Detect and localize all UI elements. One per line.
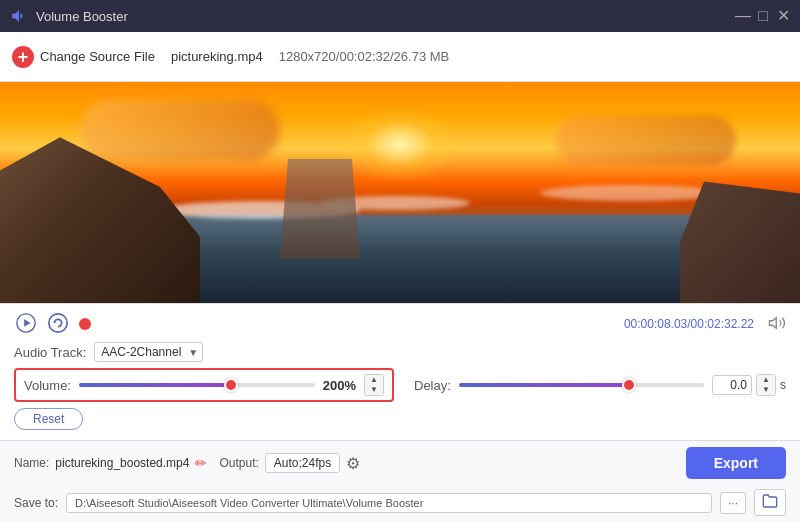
- audio-track-select[interactable]: AAC-2Channel: [94, 342, 203, 362]
- name-section: Name: pictureking_boosted.mp4 ✏: [14, 455, 207, 471]
- title-bar-left: Volume Booster: [10, 7, 128, 25]
- output-file-name: pictureking_boosted.mp4: [55, 456, 189, 470]
- audio-track-label: Audio Track:: [14, 345, 86, 360]
- minimize-button[interactable]: —: [736, 9, 750, 23]
- volume-down-button[interactable]: ▼: [365, 385, 383, 395]
- volume-box: Volume: 200% ▲ ▼: [14, 368, 394, 402]
- video-preview: [0, 82, 800, 303]
- output-value: Auto;24fps: [265, 453, 340, 473]
- play-icon: [15, 312, 37, 334]
- app-icon: [10, 7, 28, 25]
- volume-slider[interactable]: [79, 383, 315, 387]
- name-label: Name:: [14, 456, 49, 470]
- browse-dots-button[interactable]: ···: [720, 492, 746, 514]
- top-bar: + Change Source File pictureking.mp4 128…: [0, 32, 800, 82]
- folder-icon: [762, 493, 778, 509]
- audio-track-select-wrapper: AAC-2Channel ▼: [94, 342, 203, 362]
- loop-icon: [47, 312, 69, 334]
- title-bar: Volume Booster — □ ✕: [0, 0, 800, 32]
- delay-fill: [459, 383, 631, 387]
- app-name: Volume Booster: [36, 9, 128, 24]
- output-label: Output:: [219, 456, 258, 470]
- maximize-button[interactable]: □: [756, 9, 770, 23]
- audio-track-row: Audio Track: AAC-2Channel ▼: [14, 342, 786, 362]
- svg-point-2: [49, 314, 67, 332]
- playback-row: 00:00:08.03/00:02:32.22: [14, 312, 786, 336]
- play-button[interactable]: [14, 312, 38, 336]
- volume-fill: [79, 383, 232, 387]
- reset-row: Reset: [14, 408, 786, 430]
- file-info: 1280x720/00:02:32/26.73 MB: [279, 49, 450, 64]
- playback-left: [14, 312, 94, 336]
- delay-label: Delay:: [414, 378, 451, 393]
- cliff-right: [680, 181, 800, 303]
- volume-up-button[interactable]: ▲: [365, 375, 383, 385]
- reset-button[interactable]: Reset: [14, 408, 83, 430]
- controls-area: 00:00:08.03/00:02:32.22 Audio Track: AAC…: [0, 303, 800, 440]
- delay-down-button[interactable]: ▼: [757, 385, 775, 395]
- open-folder-button[interactable]: [754, 489, 786, 516]
- app-wrapper: + Change Source File pictureking.mp4 128…: [0, 32, 800, 522]
- video-canvas: [0, 82, 800, 303]
- delay-box: Delay: ▲ ▼ s: [414, 374, 786, 396]
- edit-icon[interactable]: ✏: [195, 455, 207, 471]
- window-controls: — □ ✕: [736, 9, 790, 23]
- cliff-left: [0, 137, 200, 303]
- change-source-label: Change Source File: [40, 49, 155, 64]
- bottom-bar: Name: pictureking_boosted.mp4 ✏ Output: …: [0, 440, 800, 485]
- change-source-button[interactable]: + Change Source File: [12, 46, 155, 68]
- volume-percent: 200%: [323, 378, 356, 393]
- volume-delay-row: Volume: 200% ▲ ▼ Delay:: [14, 368, 786, 402]
- wave3: [540, 185, 720, 201]
- progress-thumb: [79, 318, 91, 330]
- loop-button[interactable]: [46, 312, 70, 336]
- file-name: pictureking.mp4: [171, 49, 263, 64]
- delay-value-input[interactable]: [712, 375, 752, 395]
- volume-label: Volume:: [24, 378, 71, 393]
- time-display: 00:00:08.03/00:02:32.22: [624, 317, 754, 331]
- volume-stepper: ▲ ▼: [364, 374, 384, 396]
- output-section: Output: Auto;24fps ⚙: [219, 453, 360, 473]
- volume-speaker-icon[interactable]: [768, 314, 786, 335]
- save-to-row: Save to: ···: [0, 485, 800, 522]
- delay-stepper: ▲ ▼: [756, 374, 776, 396]
- plus-icon: +: [12, 46, 34, 68]
- delay-unit: s: [780, 378, 786, 392]
- delay-slider[interactable]: [459, 383, 704, 387]
- svg-marker-1: [24, 319, 30, 326]
- save-to-path-input[interactable]: [66, 493, 712, 513]
- cloud2: [556, 115, 736, 165]
- gear-icon[interactable]: ⚙: [346, 454, 360, 473]
- steps: [280, 159, 360, 259]
- save-to-label: Save to:: [14, 496, 58, 510]
- delay-value-box: ▲ ▼ s: [712, 374, 786, 396]
- sun-glow: [340, 104, 460, 184]
- delay-up-button[interactable]: ▲: [757, 375, 775, 385]
- volume-thumb: [224, 378, 238, 392]
- delay-thumb: [622, 378, 636, 392]
- export-button[interactable]: Export: [686, 447, 786, 479]
- close-button[interactable]: ✕: [776, 9, 790, 23]
- cloud1: [80, 100, 280, 160]
